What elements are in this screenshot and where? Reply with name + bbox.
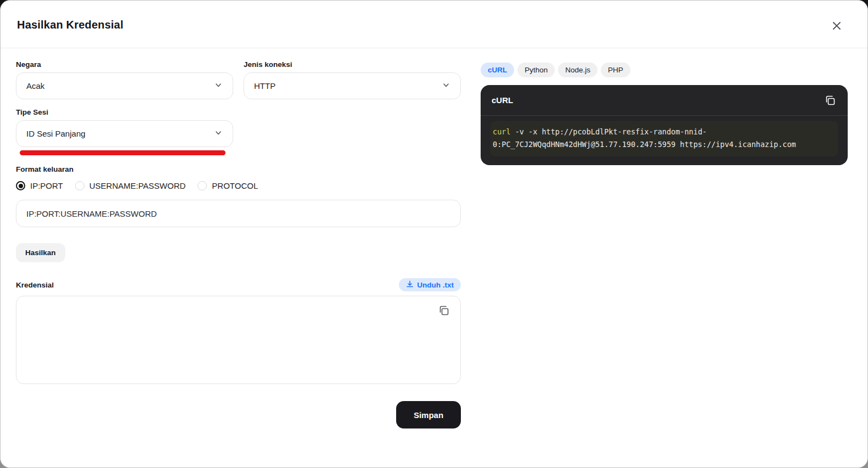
code-card: cURL curl -v -x http://pcobLdlPkt-resfix…: [481, 85, 848, 165]
generate-button[interactable]: Hasilkan: [16, 243, 65, 262]
credentials-label: Kredensial: [16, 281, 54, 289]
code-language-tabs: cURL Python Node.js PHP: [481, 63, 848, 77]
connection-type-select[interactable]: HTTP: [244, 72, 461, 99]
copy-credentials-button[interactable]: [437, 304, 450, 317]
code-card-header: cURL: [481, 85, 848, 116]
chevron-down-icon: [214, 128, 223, 139]
chevron-down-icon: [442, 81, 450, 92]
tab-nodejs[interactable]: Node.js: [558, 63, 598, 77]
chevron-down-icon: [214, 81, 223, 92]
country-label: Negara: [16, 60, 233, 69]
radio-button-icon[interactable]: [16, 181, 25, 190]
code-line: 0:PC_7CJ2WQqdHNm42dHWj@51.77.190.247:595…: [493, 138, 836, 151]
country-select[interactable]: Acak: [16, 72, 233, 99]
radio-option-label: USERNAME:PASSWORD: [89, 181, 186, 190]
code-line: curl -v -x http://pcobLdlPkt-resfix-rand…: [493, 126, 836, 138]
tab-curl[interactable]: cURL: [481, 63, 514, 77]
session-type-select-value: ID Sesi Panjang: [26, 129, 86, 138]
credentials-box: [16, 296, 461, 384]
download-txt-button[interactable]: Unduh .txt: [399, 278, 461, 291]
credentials-textarea[interactable]: [16, 296, 460, 384]
radio-option-protocol[interactable]: PROTOCOL: [198, 181, 258, 190]
code-card-title: cURL: [492, 95, 513, 105]
download-icon: [406, 280, 414, 290]
output-format-label: Format keluaran: [16, 165, 461, 173]
radio-option-label: PROTOCOL: [212, 181, 258, 190]
code-command: curl: [493, 127, 511, 136]
modal-title: Hasilkan Kredensial: [17, 19, 123, 31]
copy-code-button[interactable]: [824, 94, 837, 107]
save-button[interactable]: Simpan: [396, 401, 461, 428]
output-format-radio-group: IP:PORT USERNAME:PASSWORD PROTOCOL: [16, 181, 461, 190]
tab-python[interactable]: Python: [517, 63, 555, 77]
radio-option-label: IP:PORT: [30, 181, 63, 190]
country-select-value: Acak: [26, 81, 44, 91]
modal-header: Hasilkan Kredensial: [1, 1, 867, 48]
radio-button-icon[interactable]: [75, 181, 84, 190]
generate-credentials-modal: Hasilkan Kredensial Negara Acak Jenis ko…: [0, 0, 868, 468]
copy-icon: [437, 311, 450, 319]
output-format-input[interactable]: [16, 200, 461, 227]
code-args: 0:PC_7CJ2WQqdHNm42dHWj@51.77.190.247:595…: [493, 140, 796, 149]
session-type-label: Tipe Sesi: [16, 108, 233, 116]
connection-type-label: Jenis koneksi: [244, 60, 461, 69]
radio-option-ip-port[interactable]: IP:PORT: [16, 181, 63, 190]
copy-icon: [824, 100, 837, 109]
download-txt-label: Unduh .txt: [417, 281, 454, 289]
code-panel: cURL Python Node.js PHP cURL curl -v -x …: [481, 48, 848, 165]
form-column: Negara Acak Jenis koneksi HTTP: [16, 48, 461, 428]
close-button[interactable]: [831, 20, 843, 32]
tab-php[interactable]: PHP: [601, 63, 630, 77]
radio-option-username-password[interactable]: USERNAME:PASSWORD: [75, 181, 186, 190]
code-args: -v -x http://pcobLdlPkt-resfix-random-nn…: [511, 127, 707, 136]
session-type-select[interactable]: ID Sesi Panjang: [16, 120, 233, 147]
session-progress-bar: [20, 150, 226, 155]
radio-button-icon[interactable]: [198, 181, 207, 190]
connection-type-select-value: HTTP: [254, 81, 275, 91]
code-snippet: curl -v -x http://pcobLdlPkt-resfix-rand…: [491, 121, 838, 156]
close-icon: [831, 25, 843, 33]
